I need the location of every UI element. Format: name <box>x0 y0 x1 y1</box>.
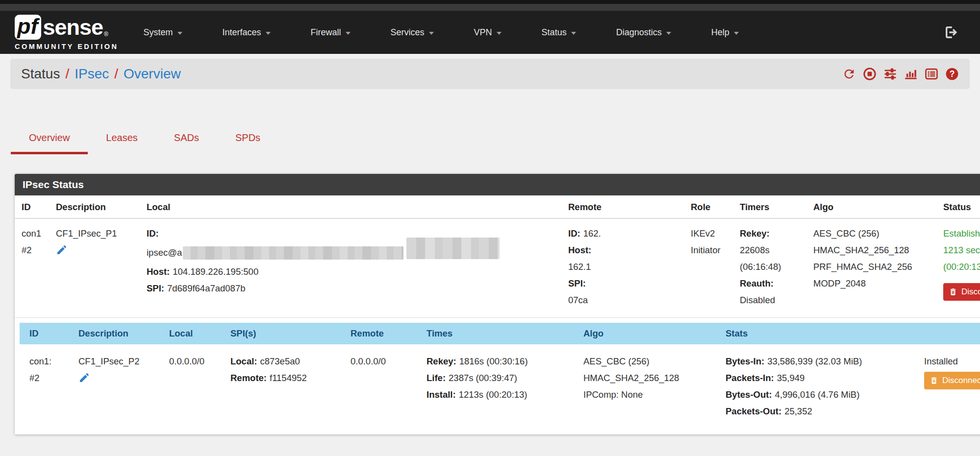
chevron-down-icon <box>497 32 502 35</box>
sliders-icon[interactable] <box>883 67 897 81</box>
trash-icon <box>949 288 957 296</box>
menu-status[interactable]: Status <box>522 11 596 54</box>
tab-overview[interactable]: Overview <box>11 132 88 154</box>
tab-spds[interactable]: SPDs <box>217 132 278 154</box>
svg-text:?: ? <box>950 69 955 79</box>
col-header-id: ID <box>20 323 71 344</box>
cell-timers: Rekey: 22608s (06:16:48) Reauth: Disable… <box>733 219 806 317</box>
logo-registered-mark: ® <box>104 31 108 38</box>
logo-edition-text: COMMUNITY EDITION <box>15 43 118 50</box>
redacted-block <box>406 238 500 259</box>
main-menu: System Interfaces Firewall Services VPN … <box>123 11 758 54</box>
menu-system[interactable]: System <box>123 11 202 54</box>
breadcrumb-link-overview[interactable]: Overview <box>124 66 181 82</box>
stop-icon[interactable] <box>863 67 877 81</box>
chevron-down-icon <box>734 32 739 35</box>
col-header-timers: Timers <box>733 195 806 218</box>
col-header-status: Status <box>936 195 980 218</box>
chevron-down-icon <box>177 32 182 35</box>
menu-diagnostics[interactable]: Diagnostics <box>596 11 691 54</box>
menu-interfaces[interactable]: Interfaces <box>202 11 291 54</box>
status-text: (00:20:13) <box>943 259 980 275</box>
breadcrumb-separator: / <box>65 66 69 82</box>
sign-out-icon[interactable] <box>944 24 959 40</box>
col-header-role: Role <box>684 195 733 218</box>
cell-action: Installed Disconnect <box>922 344 980 422</box>
edit-icon[interactable] <box>78 372 90 384</box>
cell-status: Established 1213 seconds (00:20:13) Disc… <box>936 219 980 317</box>
logo-sense-text: sense <box>43 16 103 38</box>
list-icon[interactable] <box>925 67 938 81</box>
chevron-down-icon <box>346 32 351 35</box>
redacted-block <box>183 246 403 260</box>
cell-role: IKEv2 Initiator <box>684 219 733 317</box>
child-sa-table: ID Description Local SPI(s) Remote Times… <box>15 318 980 434</box>
col-header-stats: Stats <box>718 323 922 344</box>
p1-table-header: ID Description Local Remote Role Timers … <box>15 195 980 219</box>
cell-description: CF1_IPsec_P2 <box>71 344 162 422</box>
page-action-icons: ? <box>842 67 959 81</box>
chevron-down-icon <box>266 32 271 35</box>
cell-local: ID: ipsec@a Host:104.189.226.195:500 SPI… <box>140 219 561 317</box>
trash-icon <box>930 376 938 385</box>
breadcrumb-link-ipsec[interactable]: IPsec <box>75 66 109 82</box>
chevron-down-icon <box>666 32 671 35</box>
ipsec-status-panel: IPsec Status ID Description Local Remote… <box>15 174 980 434</box>
col-header-description: Description <box>49 195 140 218</box>
cell-id: con1 #2 <box>15 219 49 317</box>
col-header-blank <box>922 323 980 344</box>
logo-pf-tile: pf <box>15 15 41 40</box>
status-text: Established <box>943 225 980 242</box>
col-header-spis: SPI(s) <box>223 323 343 344</box>
col-header-local: Local <box>162 323 223 344</box>
breadcrumb-section: Status <box>21 66 60 82</box>
cell-times: Rekey:1816s (00:30:16) Life:2387s (00:39… <box>419 344 576 422</box>
tab-sads[interactable]: SADs <box>156 132 217 154</box>
menu-services[interactable]: Services <box>371 11 454 54</box>
menu-help[interactable]: Help <box>691 11 759 54</box>
panel-title: IPsec Status <box>15 174 980 195</box>
table-row: con1: #2 CF1_IPsec_P2 0.0.0.0/0 Local:c8… <box>20 344 980 422</box>
status-text: 1213 seconds <box>943 242 980 259</box>
bar-chart-icon[interactable] <box>904 67 918 81</box>
cell-description: CF1_IPsec_P1 <box>49 219 140 317</box>
p2-table-header: ID Description Local SPI(s) Remote Times… <box>20 323 980 344</box>
pfsense-logo[interactable]: pf sense ® COMMUNITY EDITION <box>15 15 118 50</box>
browser-chrome-strip <box>0 4 980 11</box>
breadcrumb-separator: / <box>114 66 118 82</box>
col-header-times: Times <box>419 323 576 344</box>
col-header-description: Description <box>71 323 162 344</box>
col-header-id: ID <box>15 195 49 218</box>
tab-leases[interactable]: Leases <box>88 132 156 154</box>
menu-vpn[interactable]: VPN <box>454 11 522 54</box>
menu-firewall[interactable]: Firewall <box>291 11 371 54</box>
top-navbar: pf sense ® COMMUNITY EDITION System Inte… <box>0 11 980 54</box>
chevron-down-icon <box>429 32 434 35</box>
cell-stats: Bytes-In:33,586,939 (32.03 MiB)Packets-I… <box>718 344 922 422</box>
chevron-down-icon <box>571 32 576 35</box>
subnav-tabs: Overview Leases SADs SPDs <box>11 132 980 154</box>
cell-id: con1: #2 <box>20 344 71 422</box>
col-header-remote: Remote <box>561 195 684 218</box>
breadcrumb: Status / IPsec / Overview <box>10 59 970 89</box>
window-chrome-strip <box>0 0 980 4</box>
col-header-algo: Algo <box>806 195 936 218</box>
disconnect-button[interactable]: Disconnect <box>943 283 980 301</box>
table-row: con1 #2 CF1_IPsec_P1 ID: ipsec@a Host:10… <box>15 219 980 318</box>
refresh-icon[interactable] <box>842 67 856 81</box>
cell-spis: Local:c873e5a0 Remote:f1154952 <box>223 344 343 422</box>
col-header-local: Local <box>140 195 561 218</box>
cell-algo: AES_CBC (256) HMAC_SHA2_256_128 PRF_HMAC… <box>806 219 936 317</box>
installed-status: Installed <box>924 353 980 370</box>
col-header-remote: Remote <box>343 323 419 344</box>
col-header-algo: Algo <box>576 323 718 344</box>
cell-local: 0.0.0.0/0 <box>162 344 223 422</box>
help-icon[interactable]: ? <box>945 67 959 81</box>
edit-icon[interactable] <box>56 244 68 256</box>
disconnect-button[interactable]: Disconnect <box>924 372 980 389</box>
cell-algo: AES_CBC (256) HMAC_SHA2_256_128 IPComp: … <box>576 344 718 422</box>
cell-remote: 0.0.0.0/0 <box>343 344 419 422</box>
cell-remote: ID:162. Host: 162.1 SPI: 07ca <box>561 219 684 317</box>
